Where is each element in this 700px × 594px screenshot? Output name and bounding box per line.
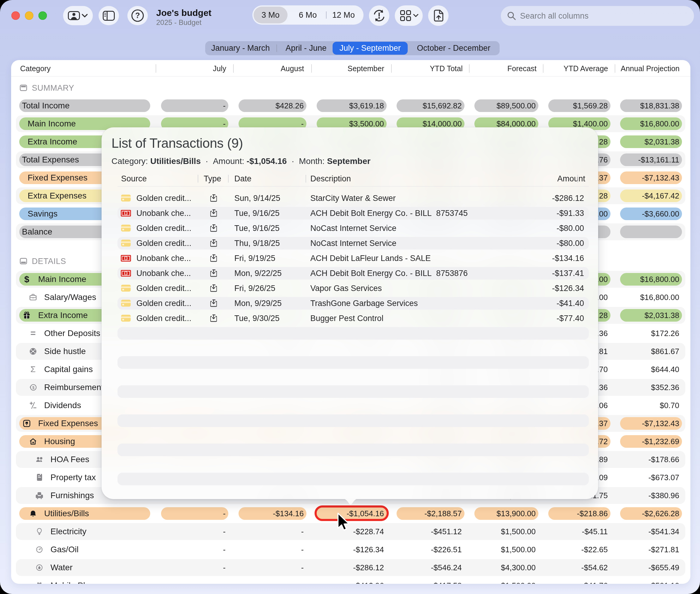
svg-text:?: ? bbox=[135, 11, 140, 20]
svg-text:$: $ bbox=[32, 385, 35, 390]
